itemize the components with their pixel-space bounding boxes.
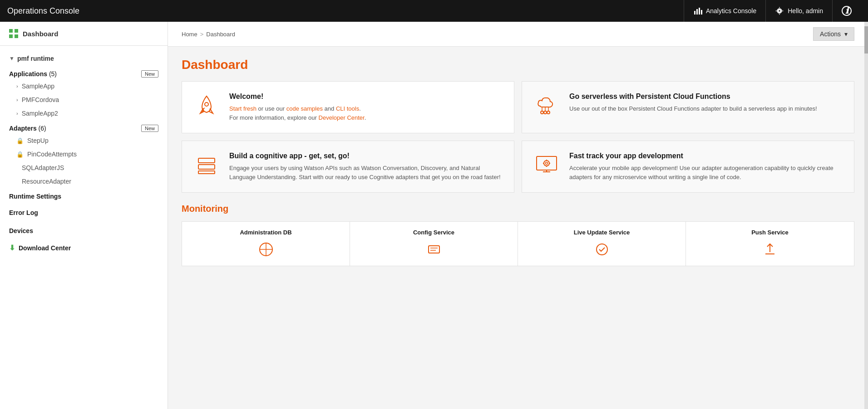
adapters-label: Adapters (6) <box>9 125 46 132</box>
push-service-title: Push Service <box>751 229 789 236</box>
cognitive-icon <box>194 152 219 177</box>
sidebar-item-sampleapp2[interactable]: › SampleApp2 <box>9 107 158 120</box>
chevron-right-icon: › <box>16 83 18 89</box>
dashboard-content: Dashboard <box>168 47 868 277</box>
main-header: Home > Dashboard Actions ▾ <box>168 22 868 47</box>
live-update-title: Live Update Service <box>574 229 630 236</box>
welcome-card-title: Welcome! <box>229 93 366 101</box>
lock-icon: 🔒 <box>16 137 24 144</box>
svg-rect-3 <box>701 10 702 15</box>
svg-rect-0 <box>694 11 695 15</box>
sidebar-item-download-center[interactable]: ⬇ Download Center <box>9 239 158 257</box>
info-button[interactable]: ℹ <box>832 0 861 22</box>
sidebar-item-pincodeattempts[interactable]: 🔒 PinCodeAttempts <box>9 147 158 161</box>
sidebar-section-runtime: ▼ pmf runtime Applications (5) New › Sam… <box>0 46 168 223</box>
cognitive-card: Build a cognitive app - get, set, go! En… <box>182 141 514 193</box>
runtime-header[interactable]: ▼ pmf runtime <box>9 51 158 66</box>
cards-grid: Welcome! Start fresh or use our code sam… <box>182 81 854 193</box>
applications-new-badge: New <box>141 70 158 78</box>
svg-point-32 <box>597 244 607 255</box>
chevron-right-icon: › <box>16 97 18 102</box>
sidebar-item-resourceadapter[interactable]: ResourceAdapter <box>9 175 158 188</box>
live-update-icon <box>594 241 610 258</box>
info-icon: ℹ <box>842 6 852 16</box>
welcome-card-text: Start fresh or use our code samples and … <box>229 104 366 122</box>
cognitive-card-title: Build a cognitive app - get, set, go! <box>229 152 503 160</box>
svg-rect-29 <box>429 246 439 253</box>
app-name-sampleapp: SampleApp <box>22 83 54 90</box>
config-service-title: Config Service <box>413 229 454 236</box>
svg-rect-1 <box>696 9 698 15</box>
scrollbar-track[interactable] <box>864 22 868 409</box>
svg-point-9 <box>547 111 550 114</box>
adapter-name-resourceadapter: ResourceAdapter <box>22 178 71 185</box>
svg-rect-17 <box>537 156 557 170</box>
actions-button[interactable]: Actions ▾ <box>813 27 854 41</box>
download-icon: ⬇ <box>9 243 15 252</box>
sidebar-item-stepup[interactable]: 🔒 StepUp <box>9 134 158 147</box>
breadcrumb-home[interactable]: Home <box>182 31 197 38</box>
db-icon <box>258 241 274 258</box>
serverless-card-text: Use our out of the box Persistent Cloud … <box>569 104 817 113</box>
svg-rect-2 <box>699 8 700 15</box>
developer-center-link[interactable]: Developer Center <box>319 114 365 121</box>
welcome-card: Welcome! Start fresh or use our code sam… <box>182 81 514 133</box>
app-name-sampleapp2: SampleApp2 <box>22 110 58 117</box>
breadcrumb-current: Dashboard <box>206 31 235 38</box>
page-title: Dashboard <box>182 58 854 72</box>
sidebar-item-runtime-settings[interactable]: Runtime Settings <box>9 188 158 204</box>
dashboard-grid-icon <box>9 29 18 38</box>
fasttrack-card-body: Fast track your app development Accelera… <box>569 152 843 181</box>
chevron-down-icon: ▾ <box>844 30 848 38</box>
admin-db-icon <box>257 240 275 258</box>
applications-label: Applications (5) <box>9 70 57 78</box>
settings-icon <box>775 6 784 15</box>
sidebar-item-error-log[interactable]: Error Log <box>9 204 158 221</box>
cli-tools-link[interactable]: CLI tools <box>336 105 359 112</box>
chevron-down-icon: ▼ <box>9 55 15 62</box>
dashboard-label: Dashboard <box>23 30 58 38</box>
cloud-icon <box>534 93 559 118</box>
monitoring-item-config-service: Config Service <box>350 222 518 266</box>
monitoring-item-admin-db: Administration DB <box>182 222 350 266</box>
adapter-name-pincodeattempts: PinCodeAttempts <box>27 151 77 158</box>
user-menu-button[interactable]: Hello, admin <box>765 0 832 22</box>
svg-rect-15 <box>198 165 215 169</box>
user-label: Hello, admin <box>788 7 823 15</box>
actions-label: Actions <box>820 30 841 38</box>
svg-point-6 <box>779 10 781 12</box>
cognitive-card-text: Engage your users by using Watson APIs s… <box>229 164 503 181</box>
scrollbar-thumb[interactable] <box>864 26 868 54</box>
sidebar-devices-section: Devices <box>0 223 168 239</box>
fasttrack-card: Fast track your app development Accelera… <box>522 141 854 193</box>
cognitive-card-body: Build a cognitive app - get, set, go! En… <box>229 152 503 181</box>
serverless-card-body: Go serverless with Persistent Cloud Func… <box>569 93 817 113</box>
runtime-label: pmf runtime <box>17 55 54 62</box>
start-fresh-link[interactable]: Start fresh <box>229 105 256 112</box>
sidebar-item-devices[interactable]: Devices <box>9 223 158 239</box>
sidebar-item-sqladapterjs[interactable]: SQLAdapterJS <box>9 161 158 175</box>
monitoring-grid: Administration DB Config Service <box>182 221 854 266</box>
sidebar-item-pmfcordova[interactable]: › PMFCordova <box>9 93 158 107</box>
lock-icon: 🔒 <box>16 151 24 158</box>
adapter-name-stepup: StepUp <box>27 137 49 144</box>
app-title: Operations Console <box>7 6 79 16</box>
sidebar-item-sampleapp[interactable]: › SampleApp <box>9 79 158 93</box>
main-content-area: Home > Dashboard Actions ▾ Dashboard <box>168 22 868 409</box>
breadcrumb-separator: > <box>200 31 204 38</box>
welcome-card-icon <box>193 93 220 118</box>
analytics-console-label: Analytics Console <box>706 7 756 15</box>
app-name-pmfcordova: PMFCordova <box>22 96 59 103</box>
serverless-card-title: Go serverless with Persistent Cloud Func… <box>569 93 817 101</box>
sidebar-download-section: ⬇ Download Center <box>0 239 168 257</box>
sidebar-dashboard[interactable]: Dashboard <box>0 22 168 46</box>
analytics-console-button[interactable]: Analytics Console <box>684 0 765 22</box>
push-service-icon <box>761 240 779 258</box>
svg-point-7 <box>205 102 208 106</box>
svg-rect-16 <box>198 171 215 174</box>
serverless-card: Go serverless with Persistent Cloud Func… <box>522 81 854 133</box>
topbar-right: Analytics Console Hello, admin ℹ <box>684 0 861 22</box>
cognitive-card-icon <box>193 152 220 177</box>
code-samples-link[interactable]: code samples <box>286 105 323 112</box>
config-icon <box>426 241 442 258</box>
